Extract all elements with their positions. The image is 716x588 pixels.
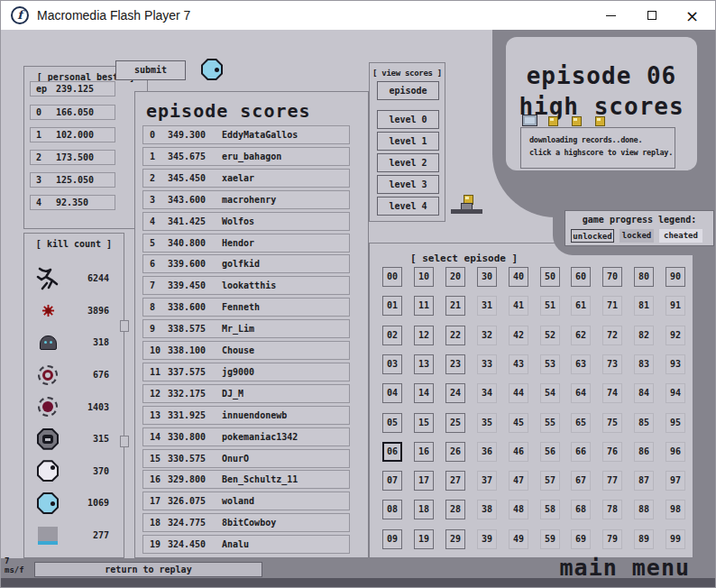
episode-cell-47[interactable]: 47 [509, 471, 528, 491]
episode-cell-06[interactable]: 06 [382, 442, 402, 462]
episode-cell-42[interactable]: 42 [509, 326, 528, 345]
episode-cell-37[interactable]: 37 [477, 471, 497, 491]
episode-cell-63[interactable]: 63 [571, 354, 591, 374]
episode-cell-82[interactable]: 82 [634, 326, 654, 345]
episode-cell-27[interactable]: 27 [445, 471, 465, 491]
close-button[interactable] [672, 1, 712, 30]
return-to-replay-button[interactable]: return to replay [34, 562, 262, 577]
episode-cell-58[interactable]: 58 [540, 500, 560, 519]
episode-cell-56[interactable]: 56 [540, 442, 560, 462]
highscore-row[interactable]: 2 345.450 xaelar [142, 169, 350, 188]
episode-cell-21[interactable]: 21 [445, 296, 465, 316]
episode-cell-95[interactable]: 95 [666, 413, 685, 433]
view-level-1-button[interactable]: level 1 [377, 132, 439, 151]
episode-cell-45[interactable]: 45 [509, 413, 528, 433]
episode-cell-57[interactable]: 57 [540, 471, 560, 491]
view-level-4-button[interactable]: level 4 [377, 197, 439, 216]
episode-cell-81[interactable]: 81 [634, 296, 654, 316]
episode-cell-31[interactable]: 31 [477, 296, 497, 316]
episode-cell-93[interactable]: 93 [666, 354, 685, 374]
maximize-button[interactable] [631, 1, 672, 30]
view-level-3-button[interactable]: level 3 [377, 175, 439, 194]
minimize-button[interactable] [591, 1, 631, 30]
episode-cell-19[interactable]: 19 [414, 529, 434, 549]
highscore-row[interactable]: 14 330.800 pokemaniac1342 [142, 427, 350, 446]
episode-cell-77[interactable]: 77 [602, 471, 622, 491]
episode-cell-86[interactable]: 86 [634, 442, 654, 462]
episode-cell-10[interactable]: 10 [414, 267, 434, 287]
episode-cell-03[interactable]: 03 [382, 354, 402, 374]
episode-cell-74[interactable]: 74 [602, 383, 622, 403]
highscore-row[interactable]: 13 331.925 innuendonewb [142, 406, 350, 425]
episode-cell-54[interactable]: 54 [540, 383, 560, 403]
episode-cell-60[interactable]: 60 [571, 267, 591, 287]
highscore-row[interactable]: 4 341.425 Wolfos [142, 212, 350, 231]
episode-cell-22[interactable]: 22 [445, 326, 465, 345]
episode-cell-76[interactable]: 76 [602, 442, 622, 462]
episode-cell-92[interactable]: 92 [666, 326, 685, 345]
view-level-0-button[interactable]: level 0 [377, 110, 439, 129]
episode-cell-75[interactable]: 75 [602, 413, 622, 433]
episode-cell-79[interactable]: 79 [602, 529, 622, 549]
view-level-2-button[interactable]: level 2 [377, 153, 439, 172]
episode-cell-13[interactable]: 13 [414, 354, 434, 374]
episode-cell-01[interactable]: 01 [382, 296, 402, 316]
episode-cell-84[interactable]: 84 [634, 383, 654, 403]
episode-cell-71[interactable]: 71 [602, 296, 622, 316]
episode-cell-32[interactable]: 32 [477, 326, 497, 345]
episode-cell-16[interactable]: 16 [414, 442, 434, 462]
episode-cell-18[interactable]: 18 [414, 500, 434, 519]
episode-cell-83[interactable]: 83 [634, 354, 654, 374]
episode-cell-91[interactable]: 91 [666, 296, 685, 316]
highscore-row[interactable]: 18 324.775 8bitCowboy [142, 513, 350, 532]
episode-cell-49[interactable]: 49 [509, 529, 528, 549]
episode-cell-09[interactable]: 09 [382, 529, 402, 549]
episode-cell-30[interactable]: 30 [477, 267, 497, 287]
episode-cell-05[interactable]: 05 [382, 413, 402, 433]
highscore-row[interactable]: 19 324.450 Analu [142, 535, 350, 554]
highscore-row[interactable]: 3 343.600 macrohenry [142, 190, 350, 209]
highscore-row[interactable]: 12 332.175 DJ_M [142, 384, 350, 403]
episode-cell-94[interactable]: 94 [666, 383, 685, 403]
episode-cell-12[interactable]: 12 [414, 326, 434, 345]
episode-cell-07[interactable]: 07 [382, 471, 402, 491]
episode-cell-70[interactable]: 70 [602, 267, 622, 287]
highscore-row[interactable]: 7 339.450 lookatthis [142, 276, 350, 295]
episode-cell-38[interactable]: 38 [477, 500, 497, 519]
episode-cell-34[interactable]: 34 [477, 383, 497, 403]
episode-cell-28[interactable]: 28 [445, 500, 465, 519]
episode-cell-87[interactable]: 87 [634, 471, 654, 491]
episode-cell-97[interactable]: 97 [666, 471, 685, 491]
episode-cell-65[interactable]: 65 [571, 413, 591, 433]
episode-cell-88[interactable]: 88 [634, 500, 654, 519]
episode-cell-26[interactable]: 26 [445, 442, 465, 462]
episode-cell-48[interactable]: 48 [509, 500, 528, 519]
episode-cell-00[interactable]: 00 [382, 267, 402, 287]
episode-cell-15[interactable]: 15 [414, 413, 434, 433]
highscore-row[interactable]: 9 338.575 Mr_Lim [142, 319, 350, 338]
episode-cell-44[interactable]: 44 [509, 383, 528, 403]
episode-cell-14[interactable]: 14 [414, 383, 434, 403]
episode-cell-52[interactable]: 52 [540, 326, 560, 345]
view-episode-button[interactable]: episode [377, 81, 439, 100]
episode-cell-72[interactable]: 72 [602, 326, 622, 345]
episode-cell-46[interactable]: 46 [509, 442, 528, 462]
highscore-row[interactable]: 16 329.800 Ben_Schultz_11 [142, 470, 350, 489]
episode-cell-08[interactable]: 08 [382, 500, 402, 519]
episode-cell-98[interactable]: 98 [666, 500, 685, 519]
episode-cell-25[interactable]: 25 [445, 413, 465, 433]
episode-cell-40[interactable]: 40 [509, 267, 528, 287]
episode-cell-67[interactable]: 67 [571, 471, 591, 491]
main-menu-button[interactable]: main menu [560, 555, 690, 581]
episode-cell-43[interactable]: 43 [509, 354, 528, 374]
episode-cell-66[interactable]: 66 [571, 442, 591, 462]
episode-cell-20[interactable]: 20 [445, 267, 465, 287]
episode-cell-17[interactable]: 17 [414, 471, 434, 491]
highscore-row[interactable]: 5 340.800 Hendor [142, 234, 350, 253]
episode-cell-50[interactable]: 50 [540, 267, 560, 287]
highscore-row[interactable]: 8 338.600 Fenneth [142, 298, 350, 317]
episode-cell-51[interactable]: 51 [540, 296, 560, 316]
episode-cell-39[interactable]: 39 [477, 529, 497, 549]
episode-cell-11[interactable]: 11 [414, 296, 434, 316]
episode-cell-85[interactable]: 85 [634, 413, 654, 433]
